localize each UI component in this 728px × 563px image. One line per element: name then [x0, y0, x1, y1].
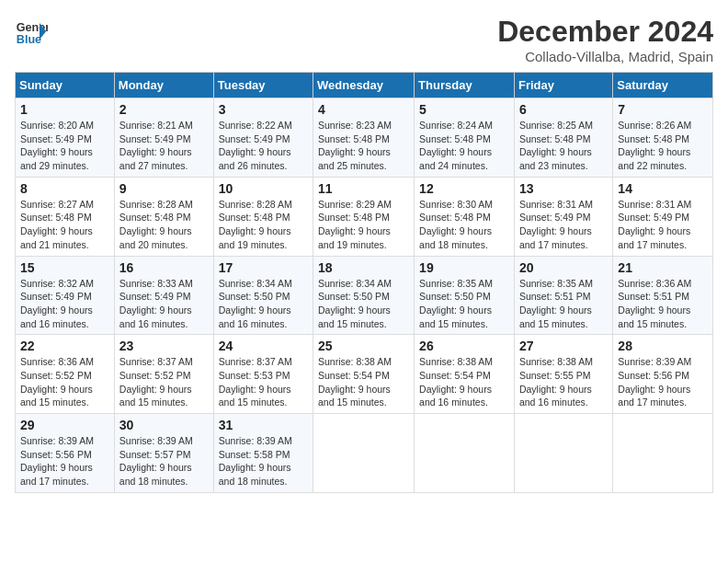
calendar-cell	[313, 414, 415, 493]
calendar-cell: 25 Sunrise: 8:38 AM Sunset: 5:54 PM Dayl…	[313, 335, 415, 414]
title-area: December 2024 Collado-Villalba, Madrid, …	[497, 15, 713, 64]
calendar-cell: 6 Sunrise: 8:25 AM Sunset: 5:48 PM Dayli…	[514, 98, 612, 178]
calendar-cell: 10 Sunrise: 8:28 AM Sunset: 5:48 PM Dayl…	[213, 177, 313, 256]
week-row-2: 8 Sunrise: 8:27 AM Sunset: 5:48 PM Dayli…	[16, 177, 713, 256]
day-info: Sunrise: 8:39 AM Sunset: 5:58 PM Dayligh…	[219, 434, 308, 488]
day-number: 2	[119, 102, 209, 117]
calendar-cell: 13 Sunrise: 8:31 AM Sunset: 5:49 PM Dayl…	[514, 177, 612, 256]
day-info: Sunrise: 8:39 AM Sunset: 5:57 PM Dayligh…	[119, 434, 209, 488]
day-number: 3	[219, 102, 308, 117]
calendar-cell: 20 Sunrise: 8:35 AM Sunset: 5:51 PM Dayl…	[514, 256, 612, 335]
day-number: 23	[119, 339, 209, 353]
day-info: Sunrise: 8:27 AM Sunset: 5:48 PM Dayligh…	[20, 198, 109, 252]
day-number: 5	[419, 102, 509, 117]
day-info: Sunrise: 8:39 AM Sunset: 5:56 PM Dayligh…	[618, 355, 708, 409]
calendar-cell: 19 Sunrise: 8:35 AM Sunset: 5:50 PM Dayl…	[415, 256, 515, 335]
day-header-monday: Monday	[114, 73, 213, 98]
day-info: Sunrise: 8:37 AM Sunset: 5:52 PM Dayligh…	[119, 355, 209, 409]
calendar-cell: 24 Sunrise: 8:37 AM Sunset: 5:53 PM Dayl…	[213, 335, 313, 414]
day-info: Sunrise: 8:36 AM Sunset: 5:52 PM Dayligh…	[20, 355, 109, 409]
calendar-cell: 11 Sunrise: 8:29 AM Sunset: 5:48 PM Dayl…	[313, 177, 415, 256]
calendar-cell: 18 Sunrise: 8:34 AM Sunset: 5:50 PM Dayl…	[313, 256, 415, 335]
day-info: Sunrise: 8:20 AM Sunset: 5:49 PM Dayligh…	[20, 119, 109, 173]
calendar-cell: 22 Sunrise: 8:36 AM Sunset: 5:52 PM Dayl…	[16, 335, 115, 414]
logo-icon: General Blue	[15, 15, 48, 48]
calendar-title: December 2024	[497, 15, 713, 49]
day-number: 12	[419, 181, 509, 196]
day-info: Sunrise: 8:31 AM Sunset: 5:49 PM Dayligh…	[519, 198, 608, 252]
calendar-subtitle: Collado-Villalba, Madrid, Spain	[497, 49, 713, 64]
day-number: 6	[519, 102, 608, 117]
calendar-cell: 28 Sunrise: 8:39 AM Sunset: 5:56 PM Dayl…	[613, 335, 713, 414]
calendar-cell	[415, 414, 515, 493]
day-number: 19	[419, 260, 509, 275]
calendar-cell: 31 Sunrise: 8:39 AM Sunset: 5:58 PM Dayl…	[213, 414, 313, 493]
day-info: Sunrise: 8:28 AM Sunset: 5:48 PM Dayligh…	[119, 198, 209, 252]
week-row-3: 15 Sunrise: 8:32 AM Sunset: 5:49 PM Dayl…	[16, 256, 713, 335]
calendar-cell: 15 Sunrise: 8:32 AM Sunset: 5:49 PM Dayl…	[16, 256, 115, 335]
day-number: 26	[419, 339, 509, 353]
day-info: Sunrise: 8:35 AM Sunset: 5:50 PM Dayligh…	[419, 277, 509, 331]
calendar-cell: 7 Sunrise: 8:26 AM Sunset: 5:48 PM Dayli…	[613, 98, 713, 178]
day-number: 4	[318, 102, 409, 117]
days-header-row: SundayMondayTuesdayWednesdayThursdayFrid…	[16, 73, 713, 98]
calendar-cell: 12 Sunrise: 8:30 AM Sunset: 5:48 PM Dayl…	[415, 177, 515, 256]
day-info: Sunrise: 8:22 AM Sunset: 5:49 PM Dayligh…	[219, 119, 308, 173]
calendar-cell	[613, 414, 713, 493]
day-number: 11	[318, 181, 409, 196]
logo: General Blue	[15, 15, 48, 48]
calendar-cell: 3 Sunrise: 8:22 AM Sunset: 5:49 PM Dayli…	[213, 98, 313, 178]
day-number: 8	[20, 181, 109, 196]
day-info: Sunrise: 8:38 AM Sunset: 5:54 PM Dayligh…	[318, 355, 409, 409]
calendar-cell: 9 Sunrise: 8:28 AM Sunset: 5:48 PM Dayli…	[114, 177, 213, 256]
day-header-thursday: Thursday	[415, 73, 515, 98]
week-row-1: 1 Sunrise: 8:20 AM Sunset: 5:49 PM Dayli…	[16, 98, 713, 178]
day-info: Sunrise: 8:35 AM Sunset: 5:51 PM Dayligh…	[519, 277, 608, 331]
day-header-friday: Friday	[514, 73, 612, 98]
day-number: 17	[219, 260, 308, 275]
day-info: Sunrise: 8:28 AM Sunset: 5:48 PM Dayligh…	[219, 198, 308, 252]
day-number: 16	[119, 260, 209, 275]
day-info: Sunrise: 8:39 AM Sunset: 5:56 PM Dayligh…	[20, 434, 109, 488]
day-info: Sunrise: 8:33 AM Sunset: 5:49 PM Dayligh…	[119, 277, 209, 331]
calendar-cell: 26 Sunrise: 8:38 AM Sunset: 5:54 PM Dayl…	[415, 335, 515, 414]
calendar-cell: 4 Sunrise: 8:23 AM Sunset: 5:48 PM Dayli…	[313, 98, 415, 178]
calendar-cell: 8 Sunrise: 8:27 AM Sunset: 5:48 PM Dayli…	[16, 177, 115, 256]
day-number: 9	[119, 181, 209, 196]
day-info: Sunrise: 8:25 AM Sunset: 5:48 PM Dayligh…	[519, 119, 608, 173]
day-info: Sunrise: 8:23 AM Sunset: 5:48 PM Dayligh…	[318, 119, 409, 173]
day-info: Sunrise: 8:36 AM Sunset: 5:51 PM Dayligh…	[618, 277, 708, 331]
calendar-cell	[514, 414, 612, 493]
day-number: 18	[318, 260, 409, 275]
day-number: 22	[20, 339, 109, 353]
calendar-cell: 23 Sunrise: 8:37 AM Sunset: 5:52 PM Dayl…	[114, 335, 213, 414]
day-info: Sunrise: 8:32 AM Sunset: 5:49 PM Dayligh…	[20, 277, 109, 331]
calendar-cell: 5 Sunrise: 8:24 AM Sunset: 5:48 PM Dayli…	[415, 98, 515, 178]
day-number: 25	[318, 339, 409, 353]
calendar-cell: 27 Sunrise: 8:38 AM Sunset: 5:55 PM Dayl…	[514, 335, 612, 414]
day-info: Sunrise: 8:30 AM Sunset: 5:48 PM Dayligh…	[419, 198, 509, 252]
day-info: Sunrise: 8:24 AM Sunset: 5:48 PM Dayligh…	[419, 119, 509, 173]
svg-text:Blue: Blue	[17, 33, 41, 46]
calendar-cell: 17 Sunrise: 8:34 AM Sunset: 5:50 PM Dayl…	[213, 256, 313, 335]
day-number: 30	[119, 418, 209, 432]
day-info: Sunrise: 8:38 AM Sunset: 5:55 PM Dayligh…	[519, 355, 608, 409]
day-number: 7	[618, 102, 708, 117]
day-header-wednesday: Wednesday	[313, 73, 415, 98]
day-header-saturday: Saturday	[613, 73, 713, 98]
day-number: 24	[219, 339, 308, 353]
calendar-body: 1 Sunrise: 8:20 AM Sunset: 5:49 PM Dayli…	[16, 98, 713, 493]
day-info: Sunrise: 8:31 AM Sunset: 5:49 PM Dayligh…	[618, 198, 708, 252]
day-number: 14	[618, 181, 708, 196]
day-number: 13	[519, 181, 608, 196]
day-info: Sunrise: 8:34 AM Sunset: 5:50 PM Dayligh…	[318, 277, 409, 331]
calendar-cell: 21 Sunrise: 8:36 AM Sunset: 5:51 PM Dayl…	[613, 256, 713, 335]
week-row-4: 22 Sunrise: 8:36 AM Sunset: 5:52 PM Dayl…	[16, 335, 713, 414]
day-info: Sunrise: 8:37 AM Sunset: 5:53 PM Dayligh…	[219, 355, 308, 409]
day-number: 31	[219, 418, 308, 432]
calendar-cell: 30 Sunrise: 8:39 AM Sunset: 5:57 PM Dayl…	[114, 414, 213, 493]
day-info: Sunrise: 8:34 AM Sunset: 5:50 PM Dayligh…	[219, 277, 308, 331]
day-info: Sunrise: 8:29 AM Sunset: 5:48 PM Dayligh…	[318, 198, 409, 252]
day-info: Sunrise: 8:26 AM Sunset: 5:48 PM Dayligh…	[618, 119, 708, 173]
day-number: 1	[20, 102, 109, 117]
